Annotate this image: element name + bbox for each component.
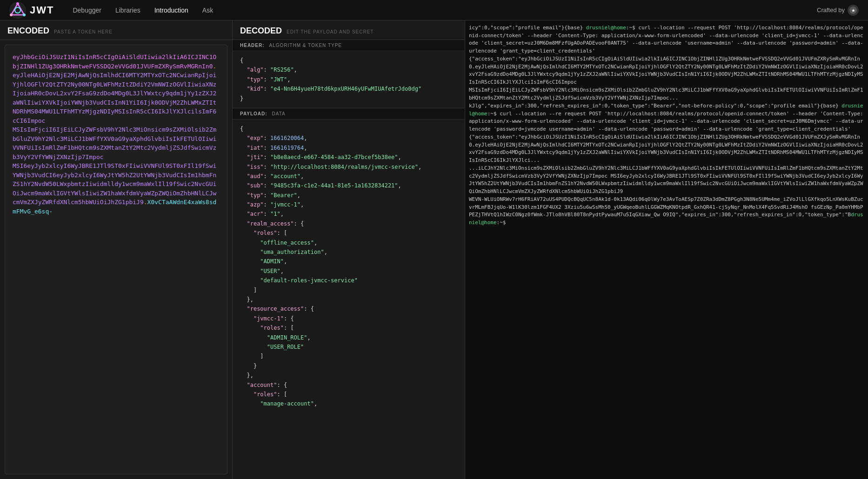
token-dot2: . xyxy=(144,199,147,206)
header-json-content[interactable]: { "alg": "RS256", "typ": "JWT", "kid": "… xyxy=(233,51,465,108)
term-line-3: MSIsImFjciI6IjEiLCJyZWFsbV9hY2Nlc3MiOnsi… xyxy=(469,86,864,102)
crafted-by: Crafted by ★ xyxy=(817,5,859,16)
term-line-5: {"access_token":"eyJhbGciOiJSUzI1NiIsInR… xyxy=(469,133,864,164)
payload-section: PAYLOAD: DATA { "exp": 1661620064, "iat"… xyxy=(233,108,465,479)
header-section-sub: ALGORITHM & TOKEN TYPE xyxy=(269,43,342,48)
token-dot1: . xyxy=(213,63,216,70)
svg-point-3 xyxy=(16,2,19,5)
term-line-6: ...iLCJhY2Nlc3MiOnsicm9sZXMiOlsib2ZmbGlu… xyxy=(469,165,864,195)
term-line-7: WEVN-WLUiONRWv7rH6FRiAV72uUS4PUDQcBQqUC5… xyxy=(469,196,864,226)
nav-libraries[interactable]: Libraries xyxy=(115,7,140,14)
logo-icon xyxy=(9,2,26,19)
encoded-title: Encoded xyxy=(7,26,49,36)
term-line-1: icy":0,"scope":"profile email"}{base} dr… xyxy=(469,24,864,55)
svg-point-5 xyxy=(10,13,13,16)
nav-ask[interactable]: Ask xyxy=(202,7,213,14)
nav-introduction[interactable]: Introduction xyxy=(154,7,188,14)
header-section: HEADER: ALGORITHM & TOKEN TYPE { "alg": … xyxy=(233,40,465,108)
encoded-content[interactable]: eyJhbGciOiJSUzI1NiIsInR5cCIgOiAiSldUIiwi… xyxy=(5,45,227,474)
token-part1: eyJhbGciOiJSUzI1NiIsInR5cCIgOiAiSldUIiwi… xyxy=(13,53,216,70)
payload-section-sub: DATA xyxy=(272,111,286,116)
svg-text:★: ★ xyxy=(851,8,855,13)
payload-json-content[interactable]: { "exp": 1661620064, "iat": 1661619764, … xyxy=(233,120,465,479)
decoded-subtitle: EDIT THE PAYLOAD AND SECRET xyxy=(287,29,374,34)
svg-point-4 xyxy=(23,13,26,16)
crafted-by-label: Crafted by xyxy=(817,7,845,13)
nav-links: Debugger Libraries Introduction Ask xyxy=(73,7,817,14)
payload-section-label: PAYLOAD: xyxy=(240,111,267,116)
terminal-panel[interactable]: icy":0,"scope":"profile email"}{base} dr… xyxy=(465,20,868,479)
nav-debugger[interactable]: Debugger xyxy=(73,7,101,14)
decoded-header: Decoded EDIT THE PAYLOAD AND SECRET xyxy=(233,20,465,40)
section-header-header: HEADER: ALGORITHM & TOKEN TYPE xyxy=(233,40,465,51)
encoded-subtitle: PASTE A TOKEN HERE xyxy=(54,29,113,34)
main-content: Encoded PASTE A TOKEN HERE eyJhbGciOiJSU… xyxy=(0,20,868,479)
term-line-4: kJlg","expires_in":300,"refresh_expires_… xyxy=(469,102,864,133)
logo-area: JWT xyxy=(9,2,54,19)
decoded-sections: HEADER: ALGORITHM & TOKEN TYPE { "alg": … xyxy=(233,40,465,479)
token-part2: eyJleHAiOjE2NjE2MjAwNjQsImlhdCI6MTY2MTYx… xyxy=(13,72,216,206)
section-header-payload: PAYLOAD: DATA xyxy=(233,108,465,120)
header-section-label: HEADER: xyxy=(240,43,265,48)
encoded-header: Encoded PASTE A TOKEN HERE xyxy=(0,20,232,40)
navbar: JWT Debugger Libraries Introduction Ask … xyxy=(0,0,868,20)
crafted-icon: ★ xyxy=(848,5,859,16)
logo-text: JWT xyxy=(30,4,54,16)
term-line-2: {"access_token":"eyJhbGciOiJSUzI1NiIsInR… xyxy=(469,55,864,86)
encoded-panel: Encoded PASTE A TOKEN HERE eyJhbGciOiJSU… xyxy=(0,20,233,479)
decoded-title: Decoded xyxy=(240,26,282,36)
decoded-panel: Decoded EDIT THE PAYLOAD AND SECRET HEAD… xyxy=(233,20,465,479)
